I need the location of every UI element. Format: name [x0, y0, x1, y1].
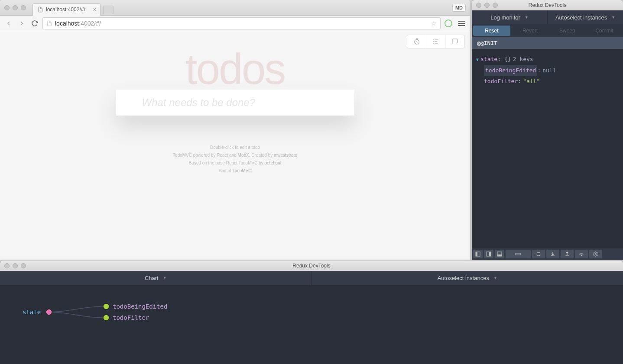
tree-meta: 2 keys	[513, 54, 533, 65]
author-link[interactable]: mweststrate	[274, 153, 297, 158]
tab-close-button[interactable]: ×	[93, 6, 97, 13]
browser-toolbar: localhost:4002/#/ ☆	[0, 16, 470, 31]
todomvc-link[interactable]: TodoMVC	[233, 168, 252, 173]
chevron-down-icon: ▼	[611, 15, 615, 19]
new-todo-input[interactable]	[116, 90, 354, 116]
export-button[interactable]	[561, 250, 574, 258]
tree-value: null	[542, 65, 556, 76]
new-tab-button[interactable]	[103, 6, 114, 14]
collapse-arrow-icon[interactable]: ▼	[476, 55, 479, 64]
url-bar[interactable]: localhost:4002/#/ ☆	[42, 17, 441, 29]
chart-leaf-node[interactable]	[103, 315, 109, 321]
chart-root-label: state	[23, 309, 41, 316]
mobx-devtools-toolbar	[407, 35, 465, 48]
redux-devtools-chart-panel: Redux DevTools Chart▼ Autoselect instanc…	[0, 261, 623, 364]
tree-key: todoFilter	[484, 76, 518, 87]
commit-button[interactable]: Commit	[586, 24, 623, 37]
dispatcher-button[interactable]	[532, 250, 545, 258]
todos-footer: Double-click to edit a todo TodoMVC powe…	[116, 144, 354, 175]
chart-root-node[interactable]	[46, 309, 52, 315]
devtools-action-bar: Reset Revert Sweep Commit	[472, 24, 623, 37]
instance-selector[interactable]: Autoselect instances▼	[312, 271, 623, 285]
chevron-down-icon: ▼	[525, 15, 529, 19]
footer-credits-1: TodoMVC powered by React and MobX. Creat…	[116, 151, 354, 159]
page-content: todos Double-click to edit a todo TodoMV…	[0, 31, 470, 260]
maximize-window-button[interactable]	[21, 263, 26, 268]
redux-devtools-panel: Redux DevTools Log monitor▼ Autoselect i…	[472, 0, 623, 260]
tree-entry-row[interactable]: todoFilter: "all"	[476, 76, 619, 87]
back-button[interactable]	[3, 18, 14, 29]
devtools-titlebar: Redux DevTools	[472, 0, 623, 10]
slider-button[interactable]	[506, 250, 531, 258]
todos-title: todos	[116, 44, 354, 94]
close-window-button[interactable]	[476, 3, 481, 8]
mobx-link[interactable]: MobX	[238, 153, 249, 158]
import-button[interactable]	[546, 250, 559, 258]
svg-rect-7	[516, 253, 521, 255]
state-chart[interactable]: state todoBeingEdited todoFilter	[0, 285, 623, 364]
page-icon	[46, 20, 52, 26]
devtools-header: Chart▼ Autoselect instances▼	[0, 271, 623, 285]
action-init-row[interactable]: @@INIT	[472, 37, 623, 49]
petehunt-link[interactable]: petehunt	[264, 161, 281, 165]
url-text: localhost:4002/#/	[55, 20, 101, 27]
log-tool-icon[interactable]	[445, 35, 464, 48]
forward-button[interactable]	[16, 18, 27, 29]
footer-credits-3: Part of TodoMVC	[116, 167, 354, 175]
svg-rect-6	[497, 254, 502, 256]
traffic-lights	[4, 5, 26, 10]
tree-root-row[interactable]: ▼ state: {} 2 keys	[476, 54, 619, 65]
settings-button[interactable]	[589, 250, 602, 258]
chart-leaf-label: todoBeingEdited	[113, 303, 167, 310]
traffic-lights	[4, 263, 26, 268]
timer-tool-icon[interactable]	[407, 35, 426, 48]
minimize-window-button[interactable]	[13, 263, 18, 268]
tree-tool-icon[interactable]	[426, 35, 445, 48]
tree-entry-row[interactable]: todoBeingEdited: null	[476, 65, 619, 77]
dock-right-button[interactable]	[484, 250, 493, 258]
extension-md-badge[interactable]: MD	[452, 4, 466, 12]
todo-input-container	[116, 90, 354, 116]
browser-window: localhost:4002/#/ × MD localhost:4002/#/…	[0, 0, 470, 260]
menu-button[interactable]	[456, 19, 467, 28]
dock-left-button[interactable]	[473, 250, 483, 258]
redux-extension-icon[interactable]	[443, 18, 454, 29]
svg-point-11	[595, 254, 597, 255]
reload-button[interactable]	[29, 18, 40, 29]
minimize-window-button[interactable]	[484, 3, 490, 8]
devtools-window-title: Redux DevTools	[292, 263, 330, 269]
chevron-down-icon: ▼	[163, 276, 167, 280]
tab-title: localhost:4002/#/	[46, 6, 85, 13]
maximize-window-button[interactable]	[493, 3, 498, 8]
instance-selector[interactable]: Autoselect instances▼	[548, 10, 623, 24]
reset-button[interactable]: Reset	[473, 26, 510, 36]
tree-key: state	[480, 54, 497, 65]
tree-value: "all"	[523, 76, 540, 87]
chevron-down-icon: ▼	[493, 276, 497, 280]
svg-point-10	[581, 255, 582, 256]
browser-tab[interactable]: localhost:4002/#/ ×	[32, 3, 101, 16]
dock-bottom-button[interactable]	[495, 250, 504, 258]
close-window-button[interactable]	[4, 5, 10, 10]
browser-titlebar: localhost:4002/#/ × MD	[0, 0, 470, 16]
close-window-button[interactable]	[4, 263, 10, 268]
todos-app: todos Double-click to edit a todo TodoMV…	[116, 44, 354, 175]
remote-button[interactable]	[575, 250, 588, 258]
chart-leaf-node[interactable]	[103, 303, 109, 309]
sweep-button[interactable]: Sweep	[549, 24, 586, 37]
devtools-titlebar: Redux DevTools	[0, 261, 623, 271]
maximize-window-button[interactable]	[21, 5, 26, 10]
devtools-window-title: Redux DevTools	[529, 2, 566, 8]
monitor-selector[interactable]: Log monitor▼	[472, 10, 548, 24]
state-tree: ▼ state: {} 2 keys todoBeingEdited: null…	[472, 49, 623, 248]
minimize-window-button[interactable]	[13, 5, 18, 10]
footer-credits-2: Based on the base React TodoMVC by peteh…	[116, 159, 354, 167]
file-icon	[37, 6, 43, 13]
devtools-header: Log monitor▼ Autoselect instances▼	[472, 10, 623, 24]
bookmark-star-icon[interactable]: ☆	[431, 20, 437, 27]
tree-key: todoBeingEdited	[484, 65, 537, 77]
revert-button[interactable]: Revert	[512, 24, 549, 37]
footer-hint: Double-click to edit a todo	[116, 144, 354, 151]
traffic-lights	[476, 3, 498, 8]
monitor-selector[interactable]: Chart▼	[0, 271, 312, 285]
